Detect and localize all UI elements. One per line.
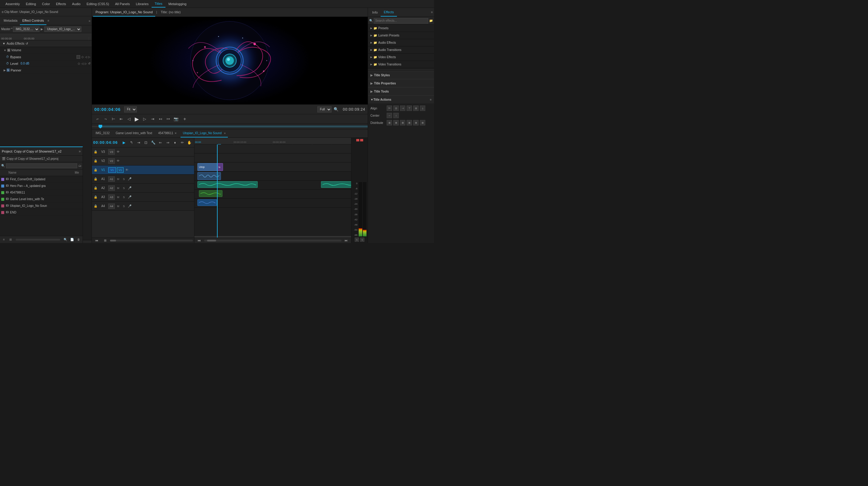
nav-effects[interactable]: Effects xyxy=(53,0,69,7)
a4-mute-btn[interactable]: M xyxy=(116,204,121,209)
a3-mic-btn[interactable]: 🎤 xyxy=(127,195,132,200)
clip-a2-second[interactable] xyxy=(321,181,351,188)
v1-lock-btn[interactable]: 🔒 xyxy=(93,168,98,173)
tl-marker-tool[interactable]: ♦ xyxy=(172,139,179,146)
project-search-input[interactable] xyxy=(6,163,77,168)
clip-a1[interactable] xyxy=(197,172,221,180)
clip-dropdown-1[interactable]: IMG_3132.... xyxy=(13,27,39,32)
lumetri-presets-section[interactable]: ▶ 📁 Lumetri Presets xyxy=(368,32,434,39)
title-actions-header[interactable]: ▼ Title Actions ≡ xyxy=(368,96,434,103)
v2-lock-btn[interactable]: 🔒 xyxy=(93,159,98,163)
seq-tab-menu[interactable]: ≡ xyxy=(224,132,225,135)
a4-sync-btn[interactable]: A4 xyxy=(108,204,115,209)
panner-expand[interactable]: ▶ xyxy=(4,69,6,72)
nav-color[interactable]: Color xyxy=(39,0,53,7)
add-button[interactable]: + xyxy=(182,116,188,122)
ae-reset-btn[interactable]: ↺ xyxy=(26,42,28,45)
project-search-folder[interactable]: 🗂 xyxy=(79,164,82,167)
new-folder-icon[interactable]: 📁 xyxy=(429,19,433,22)
project-item-4[interactable]: 🎞 Utopian_IO_Logo_No Soun xyxy=(0,203,83,209)
project-icon-view[interactable]: ⊞ xyxy=(8,237,13,242)
v2-eye-btn[interactable]: 👁 xyxy=(116,159,121,163)
vu-solo-right[interactable]: S xyxy=(360,238,364,242)
project-list-view[interactable]: ≡ xyxy=(1,237,7,242)
a2-mute-btn[interactable]: M xyxy=(116,186,121,190)
tl-pencil-tool[interactable]: ✏ xyxy=(179,139,186,146)
tl-track-select-tool[interactable]: ↰ xyxy=(128,139,135,146)
seq-tab-utopian[interactable]: Utopian_IO_Logo_No Sound ≡ xyxy=(181,129,228,138)
effects-search-input[interactable] xyxy=(374,18,428,24)
seq-tab-454798611[interactable]: 454798611 ✕ xyxy=(156,129,179,138)
level-prev[interactable]: ◁ xyxy=(82,62,84,65)
v3-sync-btn[interactable]: V3 xyxy=(108,149,115,155)
tl-nudge-left[interactable]: ⇐ xyxy=(157,139,164,146)
insert-btn[interactable]: ↤ xyxy=(157,116,164,122)
level-next[interactable]: ▷ xyxy=(85,62,87,65)
dist-btn-4[interactable]: ⊞ xyxy=(407,120,412,125)
tl-snap-tool[interactable]: ⊡ xyxy=(143,139,149,146)
nav-editing-cs55[interactable]: Editing (CS5.5) xyxy=(84,0,112,7)
go-out-btn[interactable]: ⇥ xyxy=(149,116,156,122)
tl-scroll-scroll[interactable]: ⊞ xyxy=(101,237,109,243)
nav-metalogging[interactable]: Metalogging xyxy=(165,0,190,7)
tl-nudge-right[interactable]: ⇒ xyxy=(164,139,171,146)
mark-out-btn[interactable]: ¬ xyxy=(102,116,109,122)
tl-zoom-slider[interactable] xyxy=(110,240,193,242)
nav-titles[interactable]: Titles xyxy=(152,0,165,7)
mark-in-btn[interactable]: ⌐ xyxy=(94,116,101,122)
align-top[interactable]: ⊤ xyxy=(407,105,412,111)
a1-mute-btn[interactable]: M xyxy=(116,177,121,182)
tracks-resize-handle[interactable] xyxy=(194,236,351,238)
dist-btn-6[interactable]: ⊞ xyxy=(420,120,425,125)
tl-select-tool[interactable]: ▶ xyxy=(121,139,127,146)
title-properties-header[interactable]: ▶ Title Properties xyxy=(368,79,434,87)
audio-effects-header[interactable]: ▼ Audio Effects ↺ xyxy=(0,40,92,47)
metadata-tab[interactable]: Metadata xyxy=(1,16,20,25)
align-center-v[interactable]: ⊟ xyxy=(413,105,418,111)
presets-section[interactable]: ▶ 📁 Presets xyxy=(368,25,434,32)
project-item-2[interactable]: 🎞 454798611 xyxy=(0,189,83,196)
video-effects-section[interactable]: ▶ 📁 Video Effects xyxy=(368,54,434,61)
fit-dropdown[interactable]: Fit xyxy=(124,107,137,113)
info-tab[interactable]: Info xyxy=(369,8,381,17)
volume-expand-arrow[interactable]: ▼ xyxy=(4,49,6,52)
title-actions-menu[interactable]: ≡ xyxy=(430,98,432,101)
tl-bottom-go-start[interactable]: ⏮ xyxy=(195,237,203,243)
align-bottom[interactable]: ⊥ xyxy=(420,105,425,111)
a4-lock-btn[interactable]: 🔒 xyxy=(93,204,98,209)
clip-a2-main[interactable] xyxy=(197,181,258,188)
project-trash[interactable]: 🗑 xyxy=(76,237,82,242)
overwrite-btn[interactable]: ↦ xyxy=(165,116,172,122)
a3-mute-btn[interactable]: M xyxy=(116,195,121,200)
panel-expand-icon[interactable]: » xyxy=(89,19,90,23)
a1-solo-btn[interactable]: S xyxy=(121,177,126,182)
project-zoom-in[interactable]: 🔍 xyxy=(63,237,68,242)
tl-hand-tool[interactable]: ✋ xyxy=(186,139,193,146)
clip-a4[interactable] xyxy=(197,199,217,206)
play-btn[interactable]: ▶ xyxy=(133,116,140,122)
a2-lock-btn[interactable]: 🔒 xyxy=(93,186,98,190)
v1-active-badge[interactable]: V1 xyxy=(108,167,116,173)
clip-fx-v1[interactable]: fx xyxy=(217,163,223,171)
a1-sync-btn[interactable]: A1 xyxy=(108,176,115,182)
video-transitions-section[interactable]: ▶ 📁 Video Transitions xyxy=(368,61,434,68)
effects-tab[interactable]: Effects xyxy=(381,8,397,17)
a1-mic-btn[interactable]: 🎤 xyxy=(127,177,132,182)
tl-bottom-end[interactable]: ⏭ xyxy=(343,237,350,243)
v1-sync-btn[interactable]: V1 xyxy=(117,167,124,173)
nav-assembly[interactable]: Assembly xyxy=(2,0,23,7)
vu-solo-left[interactable]: S xyxy=(355,238,359,242)
project-scrollbar[interactable] xyxy=(16,239,60,241)
nav-editing[interactable]: Editing xyxy=(23,0,39,7)
align-left[interactable]: ⊢ xyxy=(387,105,392,111)
a2-mic-btn[interactable]: 🎤 xyxy=(127,186,132,190)
dist-btn-5[interactable]: ⊞ xyxy=(413,120,418,125)
dist-btn-3[interactable]: ⊞ xyxy=(400,120,405,125)
effect-controls-tab[interactable]: Effect Controls xyxy=(20,16,46,25)
title-tools-header[interactable]: ▶ Title Tools xyxy=(368,87,434,95)
dist-btn-2[interactable]: ⊞ xyxy=(393,120,399,125)
bypass-prev[interactable]: ◁ xyxy=(85,56,87,59)
a3-lock-btn[interactable]: 🔒 xyxy=(93,195,98,200)
program-monitor-tab[interactable]: Program: Utopian_IO_Logo_No Sound xyxy=(93,8,155,17)
full-dropdown[interactable]: Full xyxy=(317,107,332,113)
